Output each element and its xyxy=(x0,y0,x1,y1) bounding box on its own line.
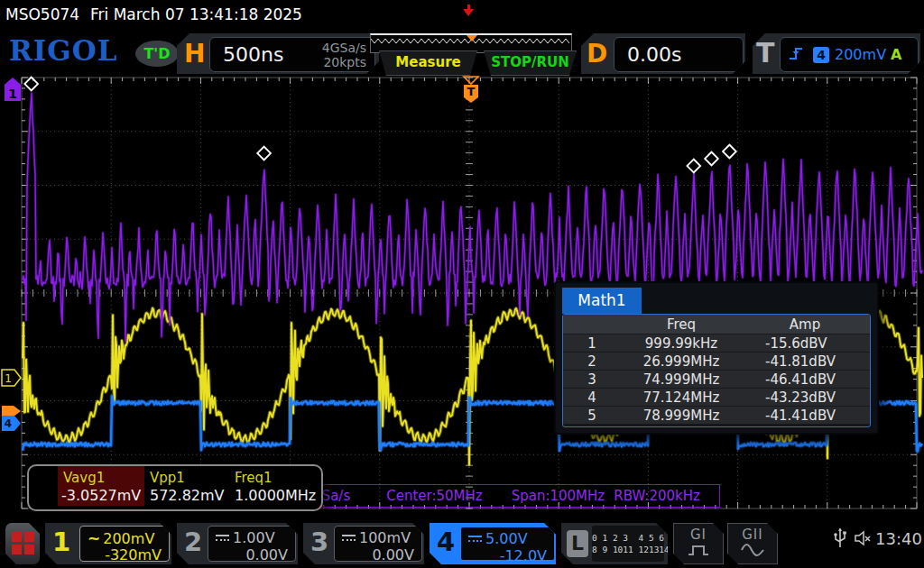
peak-markers xyxy=(24,78,735,173)
fft-span: Span:100MHz xyxy=(512,488,605,504)
trigger-position-marker[interactable]: T xyxy=(461,76,481,106)
meas-label-vavg: Vavg1 xyxy=(63,470,105,486)
table-row: 477.124MHz-43.23dBV xyxy=(563,388,870,406)
ch4-marker-label: 4 xyxy=(5,417,12,430)
col-amp: Amp xyxy=(742,316,868,333)
ch4-offset-marker[interactable]: 4 xyxy=(1,415,23,435)
trigger-marker-letter: T xyxy=(467,85,476,98)
math1-measure-popup: Math1 Freq Amp 1999.99kHz-15.6dBV226.999… xyxy=(554,281,879,435)
col-freq: Freq xyxy=(621,316,742,333)
math1-table-body: 1999.99kHz-15.6dBV226.999MHz-41.81dBV374… xyxy=(563,334,870,424)
measurement-popup: Vavg1 -3.0527mV Vpp1 572.82mV Freq1 1.00… xyxy=(27,464,323,511)
table-row: 1999.99kHz-15.6dBV xyxy=(563,334,870,352)
table-row: 226.999MHz-41.81dBV xyxy=(563,352,870,370)
math1-table-header: Freq Amp xyxy=(563,315,870,334)
meas-value-vpp: 572.82mV xyxy=(150,487,225,504)
meas-value-vavg: -3.0527mV xyxy=(61,487,141,504)
math1-table: Freq Amp 1999.99kHz-15.6dBV226.999MHz-41… xyxy=(562,314,871,427)
fft-rbw: RBW:200kHz xyxy=(614,488,700,504)
math1-tab[interactable]: Math1 xyxy=(562,288,642,314)
fft-center: Center:50MHz xyxy=(386,488,482,504)
meas-label-vpp: Vpp1 xyxy=(150,470,185,486)
oscilloscope-screen: { "topbar": { "model": "MSO5074", "datet… xyxy=(0,0,924,568)
trigger-tip-icon xyxy=(464,77,478,84)
table-row: 374.999MHz-46.41dBV xyxy=(563,370,870,388)
table-row: 578.999MHz-41.41dBV xyxy=(563,406,870,424)
ch1-marker-label: 1 xyxy=(5,372,12,385)
meas-value-freq: 1.0000MHz xyxy=(235,487,316,504)
fft-info-bar: GSa/s Center:50MHz Span:100MHz RBW:200kH… xyxy=(305,484,720,508)
ch1-offset-marker[interactable]: 1 xyxy=(1,369,23,390)
meas-label-freq: Freq1 xyxy=(235,470,273,486)
